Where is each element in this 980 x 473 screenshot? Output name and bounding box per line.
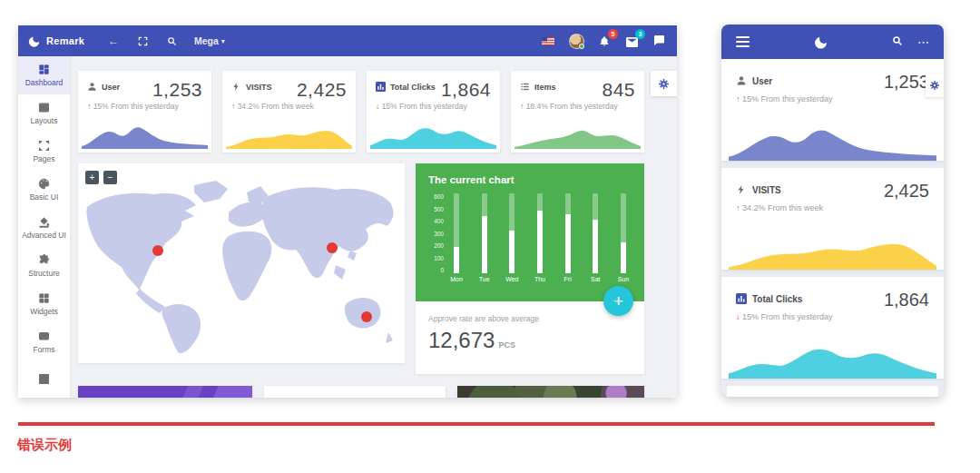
search-icon[interactable] — [165, 34, 178, 47]
user-avatar[interactable] — [569, 34, 584, 49]
sparkline-user — [729, 117, 936, 161]
stat-delta: ↓ 15% From this yesterday — [736, 312, 929, 321]
mobile-stat-card-visits: VISITS 2,425 ↑ 34.2% From this week — [721, 168, 944, 270]
y-tick: 300 — [434, 231, 444, 237]
white-card-partial[interactable] — [264, 386, 446, 398]
sidebar-item-dashboard[interactable]: Dashboard — [18, 56, 70, 94]
mobile-stat-card-total-clicks: Total Clicks 1,864 ↓ 15% From this yeste… — [721, 277, 944, 379]
sidebar-item-structure[interactable]: Structure — [18, 247, 70, 285]
sparkline-clicks — [729, 335, 936, 379]
online-status-dot — [579, 44, 584, 49]
message-count-badge: 3 — [635, 29, 645, 39]
bar-Fri — [565, 193, 571, 273]
approve-text: Approve rate are above average — [428, 314, 632, 323]
bar-Wed — [509, 193, 514, 273]
x-tick: Fri — [560, 276, 576, 282]
y-tick: 500 — [434, 206, 444, 212]
lightning-icon — [231, 82, 241, 92]
settings-gear-button[interactable] — [651, 71, 677, 96]
screenshot-stage: Remark ← Mega ▾ — [0, 0, 980, 473]
mobile-stat-card-user: User 1,253 ↑ 15% From this yesterday — [721, 59, 944, 161]
sidebar-item-widgets[interactable]: Widgets — [18, 285, 70, 323]
purple-card-partial[interactable] — [78, 386, 252, 398]
approve-unit: PCS — [498, 340, 515, 350]
dashboard-content: User 1,253 ↑ 15% From this yesterday — [70, 56, 677, 398]
map-zoom-out-button[interactable]: − — [103, 171, 117, 184]
sidebar-item-basic-ui[interactable]: Basic UI — [18, 171, 70, 209]
current-chart-bars — [448, 193, 632, 273]
stat-value: 845 — [602, 79, 635, 101]
layouts-icon — [38, 102, 50, 113]
add-fab-button[interactable]: + — [603, 286, 633, 316]
stat-delta: ↑ 15% From this yesterday — [87, 102, 202, 111]
widgets-icon — [38, 292, 50, 304]
stat-value: 2,425 — [884, 181, 929, 202]
remark-logo-icon — [813, 34, 828, 50]
stat-delta: ↑ 15% From this yesterday — [736, 94, 929, 103]
y-tick: 0 — [440, 267, 444, 273]
error-example-caption: 错误示例 — [17, 437, 72, 454]
lightning-icon — [736, 184, 747, 195]
stat-delta: ↑ 18.4% From this yesterday — [520, 102, 635, 111]
puzzle-icon — [38, 254, 50, 266]
stat-value: 1,864 — [884, 290, 929, 310]
brand[interactable]: Remark — [18, 34, 87, 48]
up-arrow-icon: ↑ — [520, 102, 524, 111]
list-icon — [520, 82, 530, 92]
up-arrow-icon: ↑ — [736, 203, 740, 212]
sidebar-item-tables[interactable] — [18, 361, 70, 398]
hamburger-menu-icon[interactable] — [736, 34, 750, 50]
y-tick: 400 — [434, 218, 444, 224]
sidebar-item-forms[interactable]: Forms — [18, 323, 70, 361]
main-dashboard-window: Remark ← Mega ▾ — [18, 25, 677, 398]
messages-button[interactable]: 3 — [626, 34, 639, 47]
y-tick: 600 — [434, 193, 444, 200]
mobile-navbar: ⋯ — [721, 25, 944, 59]
down-arrow-icon: ↓ — [736, 312, 740, 321]
envelope-icon — [626, 37, 638, 47]
mobile-partial-card — [727, 386, 938, 397]
mega-menu[interactable]: Mega ▾ — [194, 35, 225, 46]
pages-icon — [38, 140, 50, 152]
sidebar-item-pages[interactable]: Pages — [18, 133, 70, 171]
photo-card-partial[interactable] — [457, 386, 644, 398]
up-arrow-icon: ↑ — [736, 94, 740, 103]
remark-logo-icon — [27, 34, 41, 48]
notifications-bell[interactable]: 5 — [599, 34, 612, 47]
stat-card-visits: VISITS 2,425 ↑ 34.2% From this week — [222, 71, 356, 153]
stat-value: 1,253 — [884, 72, 929, 93]
fullscreen-icon[interactable] — [136, 34, 149, 47]
map-zoom-in-button[interactable]: + — [85, 171, 99, 184]
search-icon[interactable] — [892, 34, 903, 50]
down-arrow-icon: ↓ — [376, 102, 379, 111]
sparkline-visits — [226, 118, 352, 149]
brand-name: Remark — [46, 35, 84, 46]
bar-Thu — [537, 193, 543, 273]
stat-value: 1,864 — [441, 79, 491, 101]
chat-icon[interactable] — [653, 33, 664, 49]
x-tick: Sun — [615, 276, 632, 282]
sparkline-user — [82, 118, 208, 149]
dashboard-icon — [38, 64, 50, 75]
bottom-cards-row — [78, 386, 644, 398]
y-tick: 200 — [434, 242, 444, 249]
sparkline-clicks — [370, 118, 496, 149]
chart-x-axis: MonTueWedThuFriSatSun — [448, 276, 632, 282]
back-arrow-icon[interactable]: ← — [107, 34, 120, 47]
sidebar-item-advanced-ui[interactable]: Advanced UI — [18, 209, 70, 247]
bar-Sun — [621, 193, 626, 273]
mobile-settings-gear-button[interactable] — [926, 74, 944, 97]
x-tick: Thu — [532, 276, 548, 282]
sidebar-item-layouts[interactable]: Layouts — [18, 94, 70, 133]
red-divider-line — [18, 422, 935, 426]
gear-icon — [929, 80, 940, 91]
world-map[interactable] — [78, 163, 405, 363]
chevron-down-icon: ▾ — [221, 37, 225, 45]
stat-delta: ↑ 34.2% From this week — [231, 102, 347, 111]
stat-card-user: User 1,253 ↑ 15% From this yesterday — [78, 71, 211, 153]
current-chart-card: The current chart 6005004003002001000 Mo… — [416, 163, 644, 374]
language-flag-icon[interactable] — [542, 33, 554, 49]
more-options-icon[interactable]: ⋯ — [917, 35, 929, 49]
person-icon — [736, 75, 747, 86]
up-arrow-icon: ↑ — [87, 102, 91, 111]
